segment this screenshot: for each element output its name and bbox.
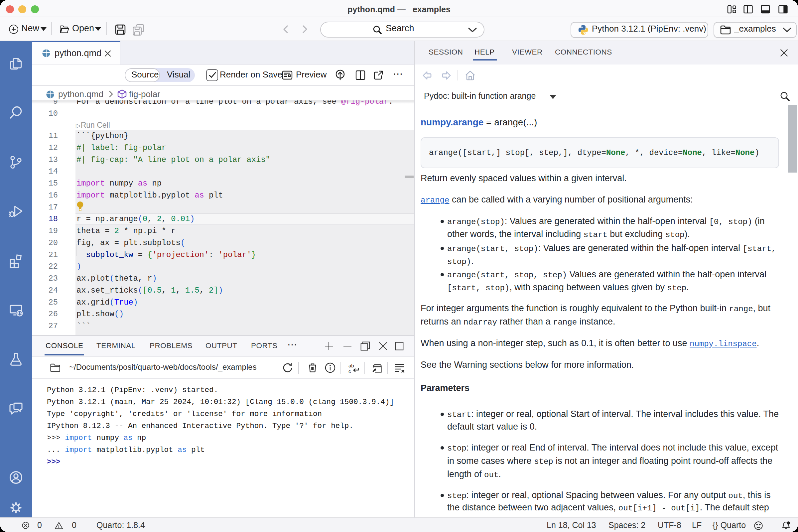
- svg-text:ab: ab: [348, 363, 354, 368]
- svg-text:c: c: [348, 368, 351, 374]
